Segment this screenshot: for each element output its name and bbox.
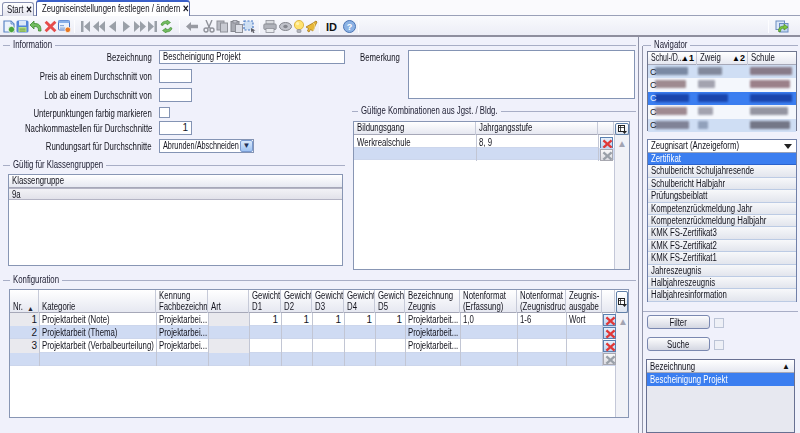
svg-text:?: ? (347, 22, 353, 32)
